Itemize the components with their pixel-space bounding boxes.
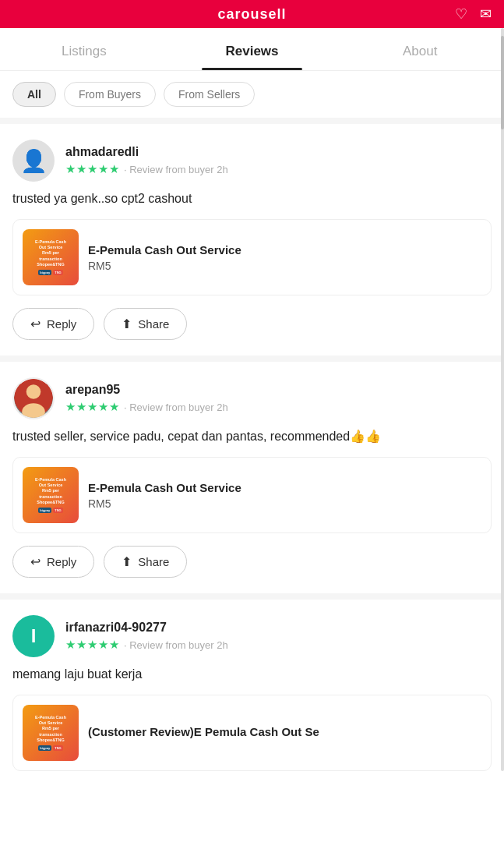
heart-icon[interactable]: ♡ (455, 5, 467, 23)
star-2: ★ (76, 638, 86, 652)
tab-reviews[interactable]: Reviews (168, 28, 337, 70)
product-card[interactable]: E-Pemula Cash Out Service Rm5 per transa… (12, 219, 492, 295)
star-2: ★ (76, 400, 86, 414)
reply-button[interactable]: ↩ Reply (12, 546, 94, 578)
star-2: ★ (76, 162, 86, 176)
review-text: trusted seller, service padu, cepat dan … (12, 427, 492, 446)
product-card[interactable]: E-Pemula Cash Out Service Rm5 per transa… (12, 695, 492, 771)
review-text: trusted ya genk..so cpt2 cashout (12, 189, 492, 208)
reviewer-info: ahmadaredli ★ ★ ★ ★ ★ · Review from buye… (65, 145, 228, 176)
review-card: 👤 ahmadaredli ★ ★ ★ ★ ★ · Review from bu… (0, 118, 504, 356)
product-thumb-text4: transaction (39, 494, 62, 500)
bigpay-badge: bigpay (38, 270, 51, 275)
product-price: RM5 (88, 497, 481, 510)
product-thumb-text2: Out Service (39, 483, 63, 488)
reviewer-info: irfanazri04-90277 ★ ★ ★ ★ ★ · Review fro… (65, 621, 228, 652)
top-bar-icons: ♡ ✉ (455, 5, 492, 23)
product-name: E-Pemula Cash Out Service (88, 481, 481, 494)
product-thumb-text1: E-Pemula Cash (35, 715, 66, 720)
star-3: ★ (87, 162, 97, 176)
product-info: (Customer Review)E Pemula Cash Out Se (88, 725, 481, 741)
avatar: 👤 (12, 140, 55, 182)
product-card[interactable]: E-Pemula Cash Out Service Rm5 per transa… (12, 457, 492, 533)
top-bar: carousell ♡ ✉ (0, 0, 504, 28)
filter-bar: All From Buyers From Sellers (0, 71, 504, 118)
avatar-default-icon: 👤 (20, 148, 48, 174)
review-meta: · Review from buyer 2h (124, 164, 228, 175)
review-text: memang laju buat kerja (12, 665, 492, 684)
product-thumb-text5: Shopee&TNG (37, 262, 64, 267)
star-1: ★ (65, 400, 76, 414)
share-button[interactable]: ⬆ Share (104, 308, 187, 340)
avatar-image (14, 379, 53, 418)
star-5: ★ (109, 638, 119, 652)
star-3: ★ (87, 638, 97, 652)
product-thumbnail: E-Pemula Cash Out Service Rm5 per transa… (23, 467, 79, 523)
product-name: (Customer Review)E Pemula Cash Out Se (88, 725, 481, 738)
star-4: ★ (98, 400, 108, 414)
product-thumb-text5: Shopee&TNG (37, 500, 64, 505)
share-icon: ⬆ (122, 317, 132, 331)
reviewer-info: arepan95 ★ ★ ★ ★ ★ · Review from buyer 2… (65, 383, 228, 414)
product-thumb-text4: transaction (39, 732, 62, 738)
reply-label: Reply (47, 317, 76, 331)
reviewer-name: irfanazri04-90277 (65, 621, 228, 635)
bigpay-badge: bigpay (38, 745, 51, 751)
product-thumb-text3: Rm5 per (42, 488, 59, 494)
reply-label: Reply (47, 555, 76, 568)
action-buttons: ↩ Reply ⬆ Share (12, 308, 492, 356)
product-thumb-text3: Rm5 per (42, 250, 59, 256)
product-info: E-Pemula Cash Out Service RM5 (88, 481, 481, 510)
filter-from-buyers[interactable]: From Buyers (64, 82, 156, 107)
tab-listings[interactable]: Listings (0, 28, 168, 70)
star-3: ★ (87, 400, 97, 414)
review-header: 👤 ahmadaredli ★ ★ ★ ★ ★ · Review from bu… (12, 140, 492, 182)
bigpay-badge: bigpay (38, 508, 51, 513)
product-thumb-text2: Out Service (39, 245, 63, 250)
scroll-thumb[interactable] (501, 36, 504, 129)
filter-from-sellers[interactable]: From Sellers (164, 82, 255, 107)
reviewer-name: ahmadaredli (65, 145, 228, 159)
avatar (12, 377, 55, 419)
reply-button[interactable]: ↩ Reply (12, 308, 94, 340)
svg-point-1 (26, 384, 41, 399)
star-4: ★ (98, 162, 108, 176)
filter-all[interactable]: All (12, 82, 56, 107)
product-thumbnail: E-Pemula Cash Out Service Rm5 per transa… (23, 705, 79, 761)
review-header: arepan95 ★ ★ ★ ★ ★ · Review from buyer 2… (12, 377, 492, 419)
avatar: I (12, 615, 55, 657)
share-icon: ⬆ (122, 554, 132, 569)
product-thumb-text1: E-Pemula Cash (35, 477, 66, 483)
scrollbar[interactable] (501, 28, 504, 771)
stars-row: ★ ★ ★ ★ ★ · Review from buyer 2h (65, 638, 228, 652)
product-thumb-text4: transaction (39, 256, 62, 262)
avatar-initial: I (31, 625, 37, 647)
stars: ★ ★ ★ ★ ★ (65, 638, 119, 652)
tng-badge: TNG (53, 745, 62, 751)
action-buttons: ↩ Reply ⬆ Share (12, 546, 492, 593)
share-button[interactable]: ⬆ Share (104, 546, 187, 578)
tab-about[interactable]: About (336, 28, 504, 70)
share-label: Share (138, 555, 169, 568)
stars: ★ ★ ★ ★ ★ (65, 400, 119, 414)
product-thumb-text5: Shopee&TNG (37, 738, 64, 743)
stars: ★ ★ ★ ★ ★ (65, 162, 119, 176)
product-thumb-text2: Out Service (39, 720, 63, 726)
star-1: ★ (65, 162, 76, 176)
tng-badge: TNG (53, 508, 62, 513)
product-thumb-text3: Rm5 per (42, 726, 59, 731)
stars-row: ★ ★ ★ ★ ★ · Review from buyer 2h (65, 400, 228, 414)
review-card: arepan95 ★ ★ ★ ★ ★ · Review from buyer 2… (0, 356, 504, 593)
chat-icon[interactable]: ✉ (480, 5, 492, 23)
reviewer-name: arepan95 (65, 383, 228, 397)
product-thumbnail: E-Pemula Cash Out Service Rm5 per transa… (23, 229, 79, 285)
review-meta: · Review from buyer 2h (124, 639, 228, 651)
star-5: ★ (109, 162, 119, 176)
review-card: I irfanazri04-90277 ★ ★ ★ ★ ★ · Review f… (0, 593, 504, 771)
product-price: RM5 (88, 260, 481, 272)
review-meta: · Review from buyer 2h (124, 402, 228, 413)
reply-icon: ↩ (30, 317, 41, 331)
star-1: ★ (65, 638, 76, 652)
share-label: Share (138, 317, 169, 331)
stars-row: ★ ★ ★ ★ ★ · Review from buyer 2h (65, 162, 228, 176)
